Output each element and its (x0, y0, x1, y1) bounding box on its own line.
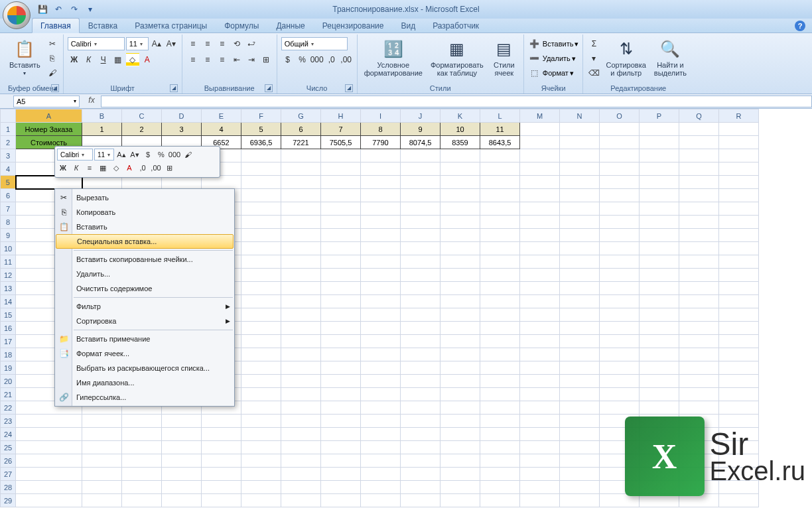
cell-P4[interactable] (640, 162, 679, 176)
cell-O19[interactable] (600, 361, 640, 375)
context-menu-item[interactable]: 📋Вставить (55, 220, 234, 234)
mini-dec-dec-icon[interactable]: ,00 (150, 162, 162, 174)
cell-P1[interactable] (640, 123, 679, 136)
cell-Q10[interactable] (679, 242, 719, 255)
cell-P14[interactable] (640, 295, 679, 308)
cell-J2[interactable]: 8074,5 (401, 136, 440, 149)
cell-F20[interactable] (241, 375, 281, 388)
cell-I22[interactable] (361, 401, 401, 415)
cell-K8[interactable] (440, 216, 480, 229)
mini-size-combo[interactable]: 11▾ (94, 149, 114, 161)
row-header-1[interactable]: 1 (1, 123, 16, 136)
tab-formulas[interactable]: Формулы (216, 18, 267, 32)
cell-K15[interactable] (440, 308, 480, 322)
cell-O27[interactable] (600, 468, 640, 481)
cell-M27[interactable] (520, 468, 560, 481)
cell-K27[interactable] (440, 468, 480, 481)
indent-inc-icon[interactable]: ⇥ (245, 53, 258, 66)
mini-font-color[interactable]: A (123, 162, 135, 174)
cell-J3[interactable] (401, 149, 440, 162)
cell-J7[interactable] (401, 202, 440, 216)
cell-R19[interactable] (719, 361, 759, 375)
cell-D28[interactable] (162, 481, 202, 494)
cell-R27[interactable] (719, 468, 759, 481)
cell-M24[interactable] (520, 428, 560, 441)
cell-M16[interactable] (520, 322, 560, 335)
col-header-A[interactable]: A (16, 109, 82, 123)
cell-M23[interactable] (520, 415, 560, 428)
cell-R23[interactable] (719, 415, 759, 428)
cell-R18[interactable] (719, 348, 759, 361)
cell-O13[interactable] (600, 282, 640, 295)
cell-E25[interactable] (202, 441, 241, 454)
cell-H17[interactable] (321, 335, 361, 348)
cell-L7[interactable] (480, 202, 520, 216)
cell-O3[interactable] (600, 149, 640, 162)
cell-N27[interactable] (560, 468, 600, 481)
cell-P5[interactable] (640, 176, 679, 189)
cell-N20[interactable] (560, 375, 600, 388)
cell-O23[interactable] (600, 415, 640, 428)
cell-L25[interactable] (480, 441, 520, 454)
font-launcher[interactable]: ◢ (170, 84, 178, 92)
cell-K9[interactable] (440, 229, 480, 242)
cell-B27[interactable] (82, 468, 122, 481)
cell-G4[interactable] (281, 162, 321, 176)
cell-N2[interactable] (560, 136, 600, 149)
cell-D27[interactable] (162, 468, 202, 481)
inc-decimal-icon[interactable]: ,0 (325, 53, 338, 66)
cell-F9[interactable] (241, 229, 281, 242)
border-button[interactable]: ▦ (111, 53, 125, 66)
cell-K23[interactable] (440, 415, 480, 428)
mini-currency-icon[interactable]: $ (142, 149, 154, 161)
cell-K2[interactable]: 8359 (440, 136, 480, 149)
cell-H10[interactable] (321, 242, 361, 255)
cell-R7[interactable] (719, 202, 759, 216)
cell-O26[interactable] (600, 454, 640, 468)
cell-D29[interactable] (162, 494, 202, 507)
cell-L9[interactable] (480, 229, 520, 242)
cell-H13[interactable] (321, 282, 361, 295)
cell-K13[interactable] (440, 282, 480, 295)
cell-J5[interactable] (401, 176, 440, 189)
cell-F28[interactable] (241, 481, 281, 494)
cell-P22[interactable] (640, 401, 679, 415)
cell-O12[interactable] (600, 269, 640, 282)
cell-C28[interactable] (122, 481, 162, 494)
cell-Q7[interactable] (679, 202, 719, 216)
col-header-P[interactable]: P (640, 109, 679, 123)
cell-N12[interactable] (560, 269, 600, 282)
cell-P26[interactable] (640, 454, 679, 468)
cell-Q16[interactable] (679, 322, 719, 335)
cell-K14[interactable] (440, 295, 480, 308)
cell-M3[interactable] (520, 149, 560, 162)
cell-F23[interactable] (241, 415, 281, 428)
cell-P10[interactable] (640, 242, 679, 255)
cell-K21[interactable] (440, 388, 480, 401)
cell-M8[interactable] (520, 216, 560, 229)
mini-border-icon[interactable]: ▦ (97, 162, 109, 174)
cell-J28[interactable] (401, 481, 440, 494)
cell-H19[interactable] (321, 361, 361, 375)
cell-H26[interactable] (321, 454, 361, 468)
cell-L5[interactable] (480, 176, 520, 189)
cell-J26[interactable] (401, 454, 440, 468)
qat-dropdown[interactable]: ▾ (84, 3, 97, 16)
cell-D1[interactable]: 3 (162, 123, 202, 136)
cell-P25[interactable] (640, 441, 679, 454)
number-launcher[interactable]: ◢ (345, 84, 353, 92)
cell-R10[interactable] (719, 242, 759, 255)
cell-Q27[interactable] (679, 468, 719, 481)
cell-F8[interactable] (241, 216, 281, 229)
cell-H4[interactable] (321, 162, 361, 176)
cell-Q18[interactable] (679, 348, 719, 361)
row-header-4[interactable]: 4 (1, 162, 16, 176)
cell-F5[interactable] (241, 176, 281, 189)
cell-O20[interactable] (600, 375, 640, 388)
cell-P2[interactable] (640, 136, 679, 149)
cell-L10[interactable] (480, 242, 520, 255)
cell-O28[interactable] (600, 481, 640, 494)
format-painter-icon[interactable]: 🖌 (46, 66, 59, 80)
cell-Q8[interactable] (679, 216, 719, 229)
cell-N4[interactable] (560, 162, 600, 176)
